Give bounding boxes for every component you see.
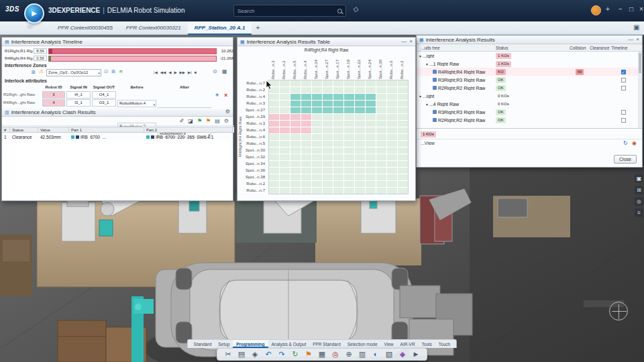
matrix-cell[interactable] (355, 188, 365, 194)
results-table-icon[interactable]: ▦ (222, 68, 227, 74)
matrix-cell[interactable] (301, 174, 311, 180)
matrix-cell[interactable] (323, 134, 333, 140)
fullscreen-icon[interactable]: ▣ (633, 23, 639, 31)
flag-orange-icon[interactable]: ⚑ (206, 119, 211, 124)
matrix-cell[interactable] (355, 161, 365, 167)
matrix-cell[interactable] (376, 154, 386, 160)
matrix-cell[interactable] (290, 154, 301, 160)
matrix-cell[interactable] (290, 94, 301, 100)
timeline-panel-header[interactable]: ▤ Interference Analysis Timeline (2, 38, 233, 46)
matrix-cell[interactable] (366, 87, 376, 93)
matrix-cell[interactable] (387, 168, 397, 174)
validate-table-icon[interactable]: ☑ (104, 69, 108, 74)
track-value-badge[interactable]: 0.56 (34, 56, 47, 61)
matrix-cell[interactable] (290, 101, 301, 107)
matrix-cell[interactable] (323, 147, 333, 154)
results-tree-row[interactable]: R3Right;R3 Right RawOK (417, 108, 638, 116)
matrix-cell[interactable] (333, 107, 343, 113)
matrix-cell[interactable] (269, 127, 279, 133)
matrix-cell[interactable] (376, 168, 386, 174)
results-scrollbar[interactable] (638, 52, 642, 128)
timeline-track-bar[interactable] (48, 48, 217, 54)
matrix-cell[interactable] (366, 121, 376, 127)
matrix-cell[interactable] (366, 168, 376, 174)
matrix-cell[interactable] (290, 174, 301, 180)
matrix-cell[interactable] (398, 94, 408, 100)
matrix-cell[interactable] (280, 161, 290, 167)
matrix-cell[interactable] (387, 80, 397, 86)
matrix-cell[interactable] (280, 127, 290, 133)
matrix-cell[interactable] (269, 101, 279, 107)
matrix-cell[interactable] (344, 114, 354, 120)
signal-in-cell[interactable]: I3_1 (66, 99, 91, 107)
rewind-icon[interactable]: ◀◀ (160, 69, 166, 76)
matrix-cell[interactable] (312, 174, 322, 180)
matrix-cell[interactable] (290, 80, 301, 86)
matrix-cell[interactable] (269, 168, 279, 174)
matrix-cell[interactable] (333, 154, 343, 160)
matrix-cell[interactable] (366, 107, 376, 113)
matrix-cell[interactable] (344, 107, 354, 113)
ribbon-tab-ppr-standard[interactable]: PPR Standard (309, 340, 344, 348)
matrix-cell[interactable] (323, 174, 333, 180)
sphere-icon[interactable]: ◐ (371, 351, 380, 358)
matrix-cell[interactable] (312, 107, 322, 113)
3d-compass-play-button[interactable]: ▶ (24, 3, 44, 23)
matrix-cell[interactable] (355, 94, 365, 100)
redo-icon[interactable]: ↷ (277, 351, 286, 358)
matrix-cell[interactable] (333, 87, 343, 93)
cut-icon[interactable]: ✂ (223, 351, 233, 358)
matrix-cell[interactable] (376, 141, 386, 147)
matrix-cell[interactable] (290, 107, 301, 113)
matrix-cell[interactable] (301, 188, 311, 194)
column-header[interactable]: ...ults tree (417, 46, 496, 50)
matrix-cell[interactable] (355, 168, 365, 174)
stop-icon[interactable]: ■ (195, 69, 197, 76)
matrix-cell[interactable] (301, 107, 311, 113)
matrix-cell[interactable] (344, 174, 354, 180)
matrix-panel-header[interactable]: ▦ Interference Analysis Results Table — … (237, 38, 415, 46)
column-header[interactable]: Status (10, 127, 38, 132)
matrix-cell[interactable] (280, 141, 290, 147)
matrix-cell[interactable] (355, 121, 365, 127)
matrix-cell[interactable] (301, 168, 311, 174)
matrix-cell[interactable] (333, 174, 343, 180)
remove-interlock-icon[interactable]: × (224, 92, 227, 99)
matrix-cell[interactable] (280, 101, 290, 107)
matrix-cell[interactable] (280, 174, 290, 180)
matrix-cell[interactable] (376, 134, 386, 140)
minimize-button[interactable]: − (616, 5, 625, 13)
search-input[interactable] (237, 8, 337, 14)
matrix-cell[interactable] (280, 121, 290, 127)
expander-icon[interactable]: ▾ (426, 102, 428, 107)
matrix-cell[interactable] (333, 127, 343, 133)
matrix-cell[interactable] (398, 141, 408, 147)
expander-icon[interactable]: ▾ (426, 62, 428, 66)
matrix-cell[interactable] (398, 80, 408, 86)
clash-result-row[interactable]: 1 Clearance 42.503mm IRB_6700_... IRB_67… (2, 133, 234, 141)
panel-close-icon[interactable]: × (636, 37, 639, 42)
matrix-cell[interactable] (323, 87, 333, 93)
matrix-cell[interactable] (333, 101, 343, 107)
matrix-cell[interactable] (301, 121, 311, 127)
matrix-cell[interactable] (290, 127, 301, 133)
interlock-icon[interactable]: ⊞ (32, 70, 36, 74)
matrix-cell[interactable] (387, 161, 397, 167)
matrix-cell[interactable] (312, 101, 322, 107)
results-tree-row[interactable]: R3Right;R3 Right RawOK (417, 76, 638, 84)
matrix-cell[interactable] (280, 94, 290, 100)
ribbon-tab-tools[interactable]: Tools (419, 340, 435, 348)
matrix-cell[interactable] (387, 87, 397, 93)
matrix-cell[interactable] (301, 94, 311, 100)
matrix-cell[interactable] (376, 87, 386, 93)
scrollbar-thumb[interactable] (639, 53, 641, 73)
refresh-icon[interactable]: ↻ (623, 140, 628, 146)
track-value-badge[interactable]: 8.56 (34, 48, 47, 54)
add-content-button[interactable]: + (603, 5, 612, 13)
matrix-cell[interactable] (344, 127, 354, 133)
go-end-icon[interactable]: ▶| (188, 69, 192, 76)
matrix-cell[interactable] (280, 114, 290, 120)
matrix-cell[interactable] (290, 168, 301, 174)
matrix-cell[interactable] (366, 174, 376, 180)
ribbon-tab-selection-mode[interactable]: Selection mode (344, 340, 381, 348)
